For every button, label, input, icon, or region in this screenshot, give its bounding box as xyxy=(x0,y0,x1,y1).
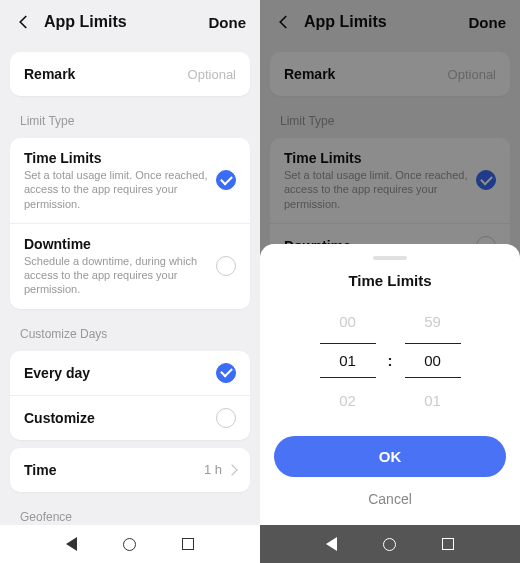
nav-recent-icon[interactable] xyxy=(182,538,194,550)
picker-hour-prev: 00 xyxy=(339,311,356,331)
ok-button[interactable]: OK xyxy=(274,436,506,477)
screen-right: App Limits Done Remark Optional Limit Ty… xyxy=(260,0,520,563)
back-icon[interactable] xyxy=(274,12,294,32)
option-time-limits-desc: Set a total usage limit. Once reached, a… xyxy=(24,168,216,211)
time-label: Time xyxy=(24,462,204,478)
cancel-button[interactable]: Cancel xyxy=(274,491,506,507)
customize-label: Customize xyxy=(24,410,216,426)
option-downtime-desc: Schedule a downtime, during which access… xyxy=(24,254,216,297)
page-title: App Limits xyxy=(44,13,209,31)
nav-back-icon[interactable] xyxy=(326,537,337,551)
android-navbar xyxy=(260,525,520,563)
content-scroll: Remark Optional Limit Type Time Limits S… xyxy=(0,44,260,525)
nav-recent-icon[interactable] xyxy=(442,538,454,550)
section-limit-type: Limit Type xyxy=(260,104,520,130)
radio-unchecked-icon[interactable] xyxy=(216,408,236,428)
option-every-day[interactable]: Every day xyxy=(10,351,250,395)
done-button[interactable]: Done xyxy=(209,14,247,31)
option-downtime-title: Downtime xyxy=(24,236,216,252)
section-limit-type: Limit Type xyxy=(0,104,260,130)
option-downtime[interactable]: Downtime Schedule a downtime, during whi… xyxy=(10,223,250,309)
every-day-label: Every day xyxy=(24,365,216,381)
app-header: App Limits Done xyxy=(0,0,260,44)
nav-home-icon[interactable] xyxy=(383,538,396,551)
android-navbar xyxy=(0,525,260,563)
remark-label: Remark xyxy=(284,66,448,82)
option-time-limits-title: Time Limits xyxy=(284,150,476,166)
time-card[interactable]: Time 1 h xyxy=(10,448,250,492)
picker-hour-selected: 01 xyxy=(320,343,376,378)
remark-label: Remark xyxy=(24,66,188,82)
option-time-limits[interactable]: Time Limits Set a total usage limit. Onc… xyxy=(10,138,250,223)
picker-min-selected: 00 xyxy=(405,343,461,378)
page-title: App Limits xyxy=(304,13,469,31)
section-customize-days: Customize Days xyxy=(0,317,260,343)
picker-min-next: 01 xyxy=(424,390,441,410)
option-time-limits-title: Time Limits xyxy=(24,150,216,166)
picker-hours[interactable]: 00 01 02 xyxy=(320,311,376,410)
back-icon[interactable] xyxy=(14,12,34,32)
screen-left: App Limits Done Remark Optional Limit Ty… xyxy=(0,0,260,563)
days-card: Every day Customize xyxy=(10,351,250,440)
sheet-title: Time Limits xyxy=(274,272,506,289)
remark-card[interactable]: Remark Optional xyxy=(10,52,250,96)
limit-type-card: Time Limits Set a total usage limit. Onc… xyxy=(10,138,250,309)
remark-placeholder: Optional xyxy=(188,67,236,82)
picker-hour-next: 02 xyxy=(339,390,356,410)
chevron-right-icon xyxy=(226,464,237,475)
option-customize[interactable]: Customize xyxy=(10,395,250,440)
app-header: App Limits Done xyxy=(260,0,520,44)
option-time-limits[interactable]: Time Limits Set a total usage limit. Onc… xyxy=(270,138,510,223)
remark-placeholder: Optional xyxy=(448,67,496,82)
radio-unchecked-icon[interactable] xyxy=(216,256,236,276)
radio-checked-icon[interactable] xyxy=(216,363,236,383)
radio-checked-icon[interactable] xyxy=(216,170,236,190)
done-button[interactable]: Done xyxy=(469,14,507,31)
picker-colon: : xyxy=(388,352,393,369)
time-picker[interactable]: 00 01 02 : 59 00 01 xyxy=(274,311,506,410)
sheet-handle-icon[interactable] xyxy=(373,256,407,260)
picker-min-prev: 59 xyxy=(424,311,441,331)
section-geofence: Geofence xyxy=(0,500,260,525)
nav-home-icon[interactable] xyxy=(123,538,136,551)
remark-card[interactable]: Remark Optional xyxy=(270,52,510,96)
time-value: 1 h xyxy=(204,462,222,477)
picker-minutes[interactable]: 59 00 01 xyxy=(405,311,461,410)
option-time-limits-desc: Set a total usage limit. Once reached, a… xyxy=(284,168,476,211)
radio-checked-icon[interactable] xyxy=(476,170,496,190)
nav-back-icon[interactable] xyxy=(66,537,77,551)
time-picker-sheet: Time Limits 00 01 02 : 59 00 01 OK Cance… xyxy=(260,244,520,525)
